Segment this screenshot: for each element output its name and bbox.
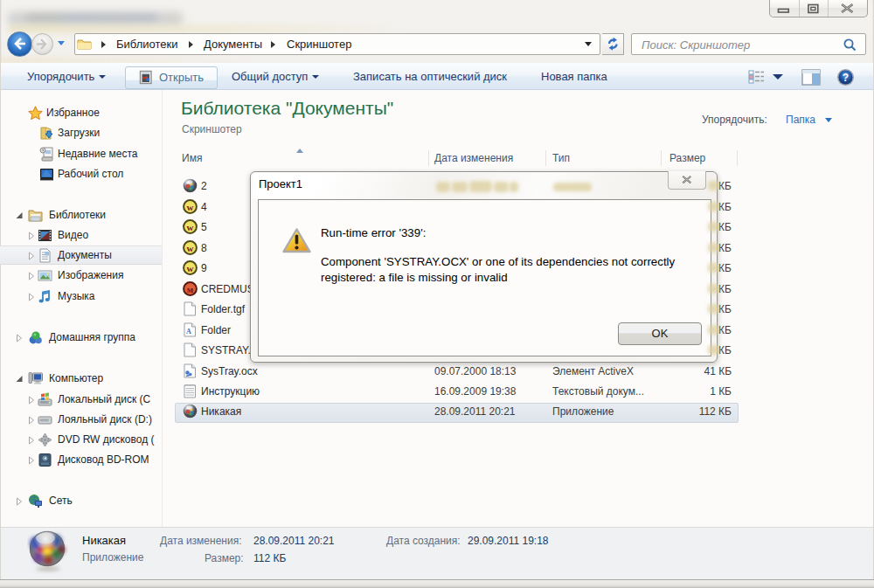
svg-text:м: м <box>187 284 194 294</box>
svg-text:A: A <box>186 328 191 336</box>
svg-text:w: w <box>187 263 194 273</box>
svg-text:w: w <box>187 243 194 253</box>
svg-text:w: w <box>187 202 194 212</box>
svg-text:w: w <box>187 222 194 232</box>
svg-text:?: ? <box>843 72 849 84</box>
